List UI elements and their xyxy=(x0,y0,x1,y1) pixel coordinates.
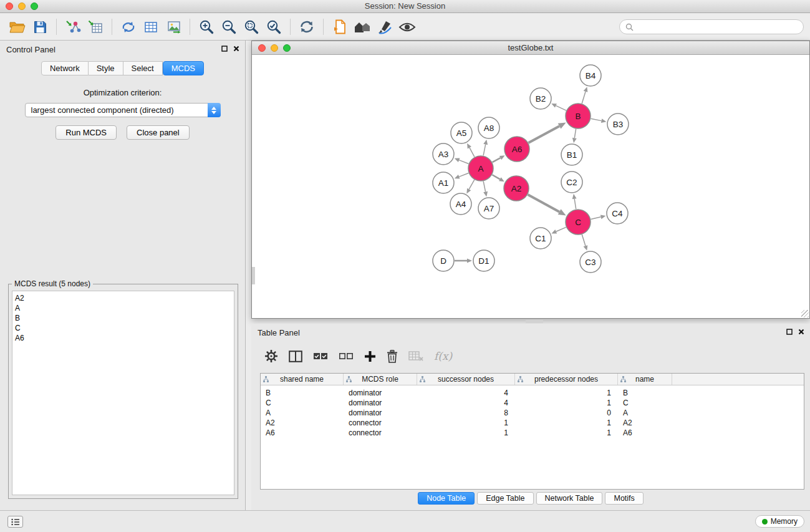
edge-A-A6[interactable] xyxy=(493,158,501,162)
sort-column-icon[interactable] xyxy=(420,376,425,382)
cell-successor-nodes[interactable]: 1 xyxy=(417,428,515,437)
cell-predecessor-nodes[interactable]: 1 xyxy=(515,399,618,407)
graph-node-A5[interactable]: A5 xyxy=(451,122,472,143)
edge-C-C2[interactable] xyxy=(574,199,576,210)
sort-column-icon[interactable] xyxy=(346,376,352,382)
graph-node-A6[interactable]: A6 xyxy=(504,137,529,162)
paint-button[interactable] xyxy=(374,16,396,37)
clone-network-button[interactable] xyxy=(117,16,140,37)
graph-node-A1[interactable]: A1 xyxy=(433,172,454,193)
network-window-titlebar[interactable]: testGlobe.txt xyxy=(252,41,809,55)
column-header-predecessor-nodes[interactable]: predecessor nodes xyxy=(515,374,618,385)
table-row[interactable]: A2connector11A2 xyxy=(261,418,804,428)
column-header-shared-name[interactable]: shared name xyxy=(261,374,344,385)
document-button[interactable] xyxy=(329,16,351,37)
graph-node-B4[interactable]: B4 xyxy=(580,65,601,86)
edge-A-A8[interactable] xyxy=(483,144,486,155)
sort-column-icon[interactable] xyxy=(263,376,269,382)
memory-button[interactable]: Memory xyxy=(755,515,804,528)
delete-button[interactable] xyxy=(387,350,398,363)
graph-node-D1[interactable]: D1 xyxy=(473,250,494,271)
mcds-result-item[interactable]: A6 xyxy=(15,333,234,343)
tab-network-table[interactable]: Network Table xyxy=(536,492,603,505)
graph-node-C1[interactable]: C1 xyxy=(530,228,551,249)
tab-network[interactable]: Network xyxy=(41,61,89,75)
graph-node-A2[interactable]: A2 xyxy=(504,176,529,201)
table-settings-button[interactable] xyxy=(264,349,278,363)
column-header-MCDS-role[interactable]: MCDS role xyxy=(344,374,417,385)
table-row[interactable]: Cdominator41C xyxy=(261,398,804,408)
edge-B-B4[interactable] xyxy=(582,92,586,104)
resize-handle[interactable] xyxy=(801,310,809,317)
cell-shared-name[interactable]: A xyxy=(261,409,344,417)
graph-node-A[interactable]: A xyxy=(468,156,493,181)
splitter-handle-vertical[interactable] xyxy=(252,267,255,284)
graph-node-A3[interactable]: A3 xyxy=(433,143,454,165)
graph-node-C3[interactable]: C3 xyxy=(580,251,601,273)
deselect-all-button[interactable] xyxy=(339,352,354,360)
graph-node-A4[interactable]: A4 xyxy=(450,193,471,215)
cell-MCDS-role[interactable]: connector xyxy=(344,428,417,437)
splitter-handle-horizontal[interactable] xyxy=(526,320,543,323)
import-table-button[interactable] xyxy=(84,16,107,37)
zoom-selected-button[interactable] xyxy=(263,16,285,37)
cell-predecessor-nodes[interactable]: 1 xyxy=(515,418,618,427)
cell-name[interactable]: A xyxy=(618,409,672,417)
open-session-button[interactable] xyxy=(6,16,29,37)
select-all-button[interactable] xyxy=(313,352,328,360)
split-view-button[interactable] xyxy=(289,351,302,362)
sort-column-icon[interactable] xyxy=(620,376,626,382)
table-row[interactable]: Adominator80A xyxy=(261,408,804,418)
close-panel-button[interactable]: Close panel xyxy=(127,125,190,140)
graph-node-B3[interactable]: B3 xyxy=(607,114,629,135)
edge-A-A3[interactable] xyxy=(459,160,468,164)
cell-predecessor-nodes[interactable]: 1 xyxy=(515,389,618,397)
edge-B-B3[interactable] xyxy=(591,118,602,120)
home-button[interactable] xyxy=(351,16,374,37)
cell-predecessor-nodes[interactable]: 1 xyxy=(515,428,618,437)
edge-A-A4[interactable] xyxy=(469,180,475,189)
graph-node-B2[interactable]: B2 xyxy=(530,88,551,109)
close-panel-icon[interactable] xyxy=(233,46,239,52)
zoom-window-button[interactable] xyxy=(31,2,38,10)
mcds-result-item[interactable]: C xyxy=(15,323,234,333)
graph-node-A8[interactable]: A8 xyxy=(478,117,499,138)
tab-style[interactable]: Style xyxy=(89,61,123,75)
edge-A-A1[interactable] xyxy=(459,173,468,177)
cell-MCDS-role[interactable]: connector xyxy=(344,418,417,427)
graph-node-B1[interactable]: B1 xyxy=(561,144,582,165)
close-network-button[interactable] xyxy=(258,44,266,52)
tab-select[interactable]: Select xyxy=(123,61,163,75)
sort-column-icon[interactable] xyxy=(518,376,523,382)
cell-name[interactable]: A2 xyxy=(618,418,672,427)
graph-node-B[interactable]: B xyxy=(566,104,591,128)
run-mcds-button[interactable]: Run MCDS xyxy=(55,125,117,140)
zoom-out-button[interactable] xyxy=(218,16,240,37)
edge-C-C4[interactable] xyxy=(591,217,600,220)
cell-shared-name[interactable]: C xyxy=(261,399,344,407)
save-session-button[interactable] xyxy=(29,16,51,37)
tab-mcds[interactable]: MCDS xyxy=(163,61,204,75)
cell-shared-name[interactable]: B xyxy=(261,389,344,397)
graph-node-C[interactable]: C xyxy=(566,210,591,235)
cell-MCDS-role[interactable]: dominator xyxy=(344,409,417,417)
tab-node-table[interactable]: Node Table xyxy=(418,492,475,505)
import-network-button[interactable] xyxy=(62,16,84,37)
cell-successor-nodes[interactable]: 1 xyxy=(417,418,515,427)
mcds-result-item[interactable]: A xyxy=(15,303,234,313)
edge-C-C1[interactable] xyxy=(556,227,566,231)
close-panel-icon[interactable] xyxy=(798,329,804,335)
cell-name[interactable]: C xyxy=(618,399,672,407)
refresh-layout-button[interactable] xyxy=(296,16,318,37)
minimize-network-button[interactable] xyxy=(271,44,278,52)
zoom-fit-button[interactable] xyxy=(240,16,263,37)
graph-node-D[interactable]: D xyxy=(433,250,454,271)
edge-B-B1[interactable] xyxy=(574,129,576,138)
edge-A-A5[interactable] xyxy=(470,148,475,157)
function-builder-button[interactable]: f(x) xyxy=(434,350,452,362)
tab-motifs[interactable]: Motifs xyxy=(605,492,643,505)
cell-name[interactable]: B xyxy=(618,389,672,397)
edge-A6-B[interactable] xyxy=(528,126,559,143)
edge-A-A2[interactable] xyxy=(492,175,500,179)
graph-node-C4[interactable]: C4 xyxy=(607,203,628,224)
